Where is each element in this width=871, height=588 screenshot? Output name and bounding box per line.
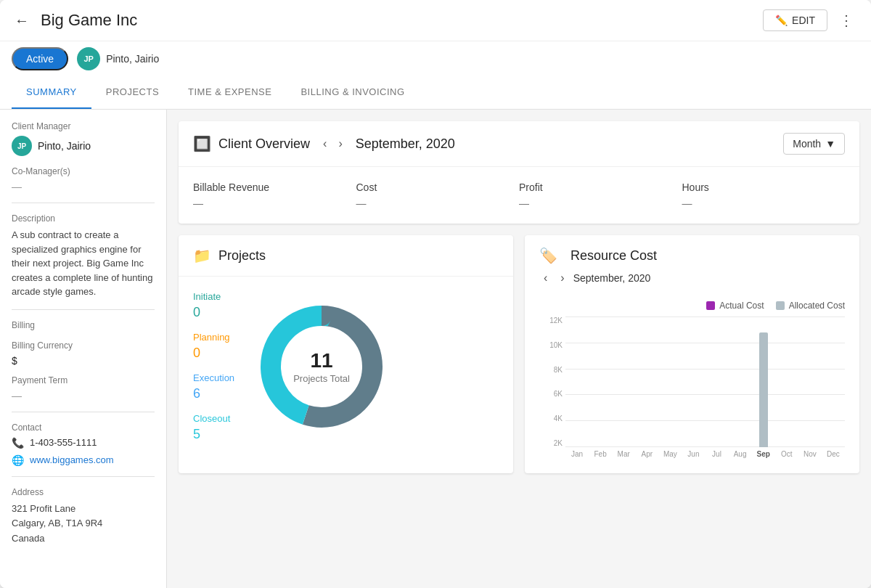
client-overview-card: 🔲 Client Overview ‹ › September, 2020 Mo…: [179, 121, 859, 224]
chart-area: 2K 4K 6K 8K 10K 12K: [539, 317, 845, 462]
legend-allocated-label: Allocated Cost: [789, 301, 845, 311]
tab-time-expense[interactable]: TIME & EXPENSE: [173, 76, 286, 109]
bars-row: [565, 317, 845, 447]
phone-icon: 📞: [12, 437, 24, 449]
x-label-may: May: [658, 447, 682, 462]
legend-actual-label: Actual Cost: [719, 301, 764, 311]
edit-label: EDIT: [792, 15, 815, 26]
bar-group-dec: [822, 317, 845, 447]
tab-billing[interactable]: BILLING & INVOICING: [286, 76, 419, 109]
manager-name: Pinto, Jairio: [106, 53, 159, 65]
sidebar-manager: JP Pinto, Jairio: [12, 136, 155, 156]
y-label-12k: 12K: [539, 317, 565, 324]
more-button[interactable]: ⋮: [833, 9, 859, 32]
dropdown-arrow-icon: ▼: [825, 138, 835, 150]
stat-closeout: Closeout 5: [193, 413, 234, 442]
resource-title: Resource Cost: [571, 248, 657, 264]
projects-header: 📁 Projects: [179, 235, 513, 277]
chart-bars-container: JanFebMarAprMayJunJulAugSepOctNovDec: [565, 317, 845, 462]
period-dropdown[interactable]: Month ▼: [783, 133, 845, 155]
billable-revenue-value: —: [193, 197, 356, 209]
header: ← Big Game Inc ✏️ EDIT ⋮: [0, 0, 871, 41]
initiate-label: Initiate: [193, 291, 234, 302]
projects-title: Projects: [218, 248, 266, 264]
manager-avatar: JP: [77, 47, 100, 70]
manager-badge: JP Pinto, Jairio: [77, 47, 159, 70]
divider-2: [12, 309, 155, 310]
stat-initiate: Initiate 0: [193, 291, 234, 320]
tabs: SUMMARY PROJECTS TIME & EXPENSE BILLING …: [0, 76, 871, 110]
x-label-oct: Oct: [775, 447, 798, 462]
profit-label: Profit: [519, 181, 682, 193]
website-link[interactable]: www.biggames.com: [30, 454, 114, 465]
period-dropdown-label: Month: [793, 138, 821, 150]
actual-cost-dot: [706, 301, 715, 310]
x-labels: JanFebMarAprMayJunJulAugSepOctNovDec: [565, 447, 845, 462]
resource-period-row: ‹ › September, 2020: [525, 270, 859, 295]
closeout-label: Closeout: [193, 413, 234, 424]
billing-currency-value: $: [12, 355, 155, 367]
overview-prev-button[interactable]: ‹: [319, 136, 331, 152]
back-button[interactable]: ←: [12, 9, 32, 32]
sidebar: Client Manager JP Pinto, Jairio Co-Manag…: [0, 110, 167, 588]
divider-1: [12, 203, 155, 203]
profit-metric: Profit —: [519, 181, 682, 209]
bar-group-jan: [565, 317, 589, 447]
resource-next-button[interactable]: ›: [556, 270, 568, 286]
hours-value: —: [682, 197, 846, 209]
sidebar-manager-name: Pinto, Jairio: [38, 140, 91, 152]
tab-summary[interactable]: SUMMARY: [12, 76, 91, 109]
description-text: A sub contract to create a specialized g…: [12, 228, 155, 299]
chart-legend: Actual Cost Allocated Cost: [525, 295, 859, 317]
address-label: Address: [12, 487, 155, 497]
description-label: Description: [12, 213, 155, 224]
active-badge[interactable]: Active: [12, 47, 68, 70]
metrics-row: Billable Revenue — Cost — Profit — Hours…: [179, 167, 859, 224]
profit-value: —: [519, 197, 682, 209]
resource-icon: 🏷️: [539, 247, 557, 264]
header-left: ← Big Game Inc: [12, 9, 137, 32]
bar-allocated-sep: [759, 332, 768, 447]
y-label-10k: 10K: [539, 341, 565, 349]
projects-card: 📁 Projects Initiate 0 Planning 0: [179, 235, 513, 473]
bar-group-apr: [635, 317, 658, 447]
bar-group-may: [658, 317, 682, 447]
phone-number: 1-403-555-1111: [30, 437, 97, 448]
x-label-jun: Jun: [682, 447, 705, 462]
y-label-6k: 6K: [539, 390, 565, 398]
donut-number: 11: [293, 349, 350, 372]
tab-projects[interactable]: PROJECTS: [91, 76, 173, 109]
donut-text: Projects Total: [293, 373, 350, 384]
bar-group-aug: [729, 317, 752, 447]
header-right: ✏️ EDIT ⋮: [763, 9, 859, 32]
client-manager-label: Client Manager: [12, 121, 155, 131]
bar-chart: 2K 4K 6K 8K 10K 12K: [525, 317, 859, 473]
cost-metric: Cost —: [356, 181, 520, 209]
execution-label: Execution: [193, 372, 234, 383]
stat-planning: Planning 0: [193, 332, 234, 361]
billing-currency-label: Billing Currency: [12, 340, 155, 351]
edit-icon: ✏️: [775, 15, 788, 26]
address-line2: Calgary, AB, T1A 9R4: [12, 518, 102, 528]
hours-metric: Hours —: [682, 181, 846, 209]
address-text: 321 Profit Lane Calgary, AB, T1A 9R4 Can…: [12, 502, 155, 547]
y-label-2k: 2K: [539, 439, 565, 447]
billable-revenue-metric: Billable Revenue —: [193, 181, 356, 209]
payment-term-value: —: [12, 390, 155, 401]
x-label-nov: Nov: [798, 447, 822, 462]
x-label-feb: Feb: [589, 447, 612, 462]
y-axis: 2K 4K 6K 8K 10K 12K: [539, 317, 565, 462]
execution-value: 6: [193, 386, 234, 401]
edit-button[interactable]: ✏️ EDIT: [763, 9, 827, 31]
y-label-8k: 8K: [539, 366, 565, 374]
resource-period: September, 2020: [573, 272, 651, 284]
resource-prev-button[interactable]: ‹: [539, 270, 552, 286]
website-item: 🌐 www.biggames.com: [12, 454, 155, 466]
bar-group-feb: [589, 317, 612, 447]
legend-actual: Actual Cost: [706, 301, 764, 311]
overview-period: September, 2020: [356, 136, 455, 152]
closeout-value: 5: [193, 427, 234, 442]
overview-next-button[interactable]: ›: [334, 136, 346, 152]
contact-label: Contact: [12, 422, 155, 433]
address-line3: Canada: [12, 533, 45, 544]
